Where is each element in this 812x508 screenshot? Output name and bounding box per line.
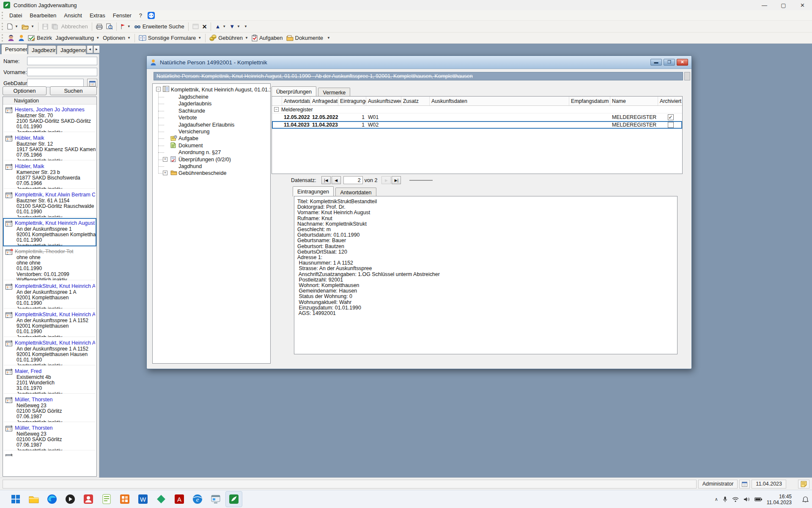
- person-list-item[interactable]: [3, 451, 96, 457]
- first-record-button[interactable]: |◀: [321, 176, 331, 184]
- tree-item-label[interactable]: Sachkunde: [178, 108, 205, 114]
- menu-item-datei[interactable]: Datei: [5, 11, 26, 20]
- menu-item-ansicht[interactable]: Ansicht: [60, 11, 86, 20]
- tree-item-sachkunde[interactable]: Sachkunde: [153, 108, 270, 114]
- record-slider[interactable]: [409, 180, 433, 181]
- tree-item-label[interactable]: Gebührenbescheide: [178, 170, 226, 176]
- gebuehren-button[interactable]: Gebühren▼: [208, 33, 250, 43]
- tree-item-anordnung-n-27[interactable]: Anordnung n. §27: [153, 149, 270, 156]
- tree-item-dokument[interactable]: Dokument: [153, 142, 270, 149]
- tab-vermerke[interactable]: Vermerke: [318, 88, 350, 97]
- taskbar-icon-office-app[interactable]: [116, 491, 133, 507]
- name-input[interactable]: [27, 57, 97, 65]
- person-search-button[interactable]: [5, 33, 16, 43]
- dialog-close-button[interactable]: ✕: [677, 59, 688, 66]
- gebdatum-input[interactable]: [27, 79, 84, 87]
- taskbar-icon-internet-explorer[interactable]: e: [189, 491, 206, 507]
- tree-collapse-icon[interactable]: −: [156, 87, 161, 91]
- column-header-selector[interactable]: [272, 97, 282, 105]
- tab-eintragungen[interactable]: Eintragungen: [293, 186, 334, 196]
- tree-item-label[interactable]: Anordnung n. §27: [178, 149, 221, 155]
- tree-item-label[interactable]: Jagderlaubnis: [178, 101, 211, 107]
- delete-button[interactable]: ✕: [200, 22, 209, 31]
- column-header-archiviert[interactable]: Archiviert: [658, 97, 683, 105]
- taskbar-icon-diamond-app[interactable]: [153, 491, 170, 507]
- column-header-auskunftsdaten[interactable]: Auskunftsdaten: [430, 97, 569, 105]
- tree-expand-icon[interactable]: +: [163, 157, 167, 162]
- column-header-name[interactable]: Name: [610, 97, 658, 105]
- tree-expand-icon[interactable]: +: [163, 171, 167, 175]
- bezirk-button[interactable]: Bezirk: [26, 33, 54, 43]
- menu-item-help[interactable]: ?: [135, 11, 146, 20]
- tree-item-gebührenbescheide[interactable]: +Gebührenbescheide: [153, 170, 270, 177]
- window-close-button[interactable]: ✕: [793, 0, 812, 10]
- tree-item-label[interactable]: Jagdhund: [178, 163, 202, 169]
- last-record-button[interactable]: ▶|: [392, 176, 401, 184]
- navigate-down-button[interactable]: ▼▼: [228, 22, 242, 31]
- microphone-icon[interactable]: [723, 496, 727, 502]
- table-row[interactable]: 11.04.202311.04.20231W02MELDEREGISTER: [272, 121, 682, 129]
- tab-jagdbezirke[interactable]: Jagdbezirke: [28, 45, 56, 54]
- dialog-maximize-button[interactable]: ❐: [664, 59, 675, 66]
- menu-item-bearbeiten[interactable]: Bearbeiten: [26, 11, 60, 20]
- new-button[interactable]: ▼: [5, 22, 20, 31]
- tree-item-label[interactable]: Jagdaufseher Erlaubnis: [178, 122, 234, 128]
- table-row[interactable]: 12.05.202212.05.20221W01MELDEREGISTER✓: [272, 113, 682, 121]
- taskbar-icon-system-app[interactable]: [207, 491, 224, 507]
- column-header-antwortdatum[interactable]: Antwortdatum: [282, 97, 310, 105]
- person-list-item[interactable]: KomplettnikStrukt, Knut Heinrich AugustA…: [3, 281, 96, 309]
- suchen-button[interactable]: Suchen: [50, 86, 97, 95]
- toolbar-overflow[interactable]: ▼: [242, 22, 249, 31]
- taskbar-icon-jagdverwaltung[interactable]: [225, 491, 242, 507]
- group-collapse-icon[interactable]: −: [274, 107, 279, 112]
- person-list-item[interactable]: Komplettnik, Theodor Totohne ohneohne oh…: [3, 246, 96, 281]
- wifi-icon[interactable]: [732, 497, 739, 502]
- taskbar-clock[interactable]: 16:45 11.04.2023: [767, 494, 792, 505]
- person-list-item[interactable]: Komplettnik, Knut Alwin Bertram ChristBa…: [3, 190, 96, 218]
- taskbar-icon-docs-app[interactable]: W: [134, 491, 151, 507]
- taskbar-icon-contacts-app[interactable]: [80, 491, 97, 507]
- notification-bell-icon[interactable]: [802, 496, 809, 503]
- teamviewer-icon[interactable]: [148, 12, 155, 19]
- print-button[interactable]: [94, 22, 104, 31]
- taskbar-icon-acrobat[interactable]: A: [171, 491, 188, 507]
- jagdverwaltung-menu[interactable]: Jagdverwaltung▼: [54, 33, 101, 43]
- open-button[interactable]: ▼: [20, 22, 36, 31]
- tray-expand-icon[interactable]: ∧: [715, 497, 718, 502]
- tree-item-label[interactable]: Dokument: [178, 143, 203, 149]
- erweiterte-suche-button[interactable]: Erweiterte Suche: [132, 22, 186, 31]
- tree-item-aufgabe[interactable]: Aufgabe: [153, 135, 270, 142]
- tree-item-label[interactable]: Jagdscheine: [178, 94, 208, 100]
- tree-item-verbote[interactable]: Verbote: [153, 114, 270, 121]
- person-list-item[interactable]: Komplettnik, Knut Heinrich AugustAn der …: [3, 218, 96, 246]
- window-maximize-button[interactable]: ▢: [774, 0, 793, 10]
- person-list-item[interactable]: Hesters, Jochen Jo JohannesBautzner Str.…: [3, 105, 96, 133]
- column-header-empfangsdatum[interactable]: Empfangsdatum: [569, 97, 610, 105]
- menu-item-extras[interactable]: Extras: [86, 11, 109, 20]
- vorname-input[interactable]: [27, 68, 97, 76]
- dialog-titlebar[interactable]: Natürliche Person 14992001 - Komplettnik…: [147, 56, 691, 69]
- navigate-up-button[interactable]: ▲▼: [213, 22, 228, 31]
- tree-item-überprüfungen-0-2-0[interactable]: +Überprüfungen (0/2/0): [153, 156, 270, 163]
- window-minimize-button[interactable]: —: [755, 0, 774, 10]
- speaker-icon[interactable]: [743, 497, 750, 502]
- tree-item-label[interactable]: Versicherung: [178, 129, 210, 135]
- sonstige-formulare-button[interactable]: Sonstige Formulare▼: [137, 33, 203, 43]
- previous-record-button[interactable]: ◀: [332, 176, 341, 184]
- statusbar-note-icon[interactable]: [798, 480, 809, 489]
- print-preview-button[interactable]: [104, 22, 114, 31]
- tab-ueberpruefungen[interactable]: Überprüfungen: [272, 86, 316, 97]
- person-list-item[interactable]: Müller, ThorstenNeißeweg 2302100 SAKD Gö…: [3, 423, 96, 451]
- detail-text[interactable]: Titel: KomplettnikStruktBestandteil Dokt…: [294, 196, 677, 319]
- person-list-item[interactable]: Hübler, MaikKamenzer Str. 23 b01877 SAKD…: [3, 161, 96, 190]
- person-list-item[interactable]: Hübler, MaikBautzner Str. 121917 SAKD Ka…: [3, 133, 96, 161]
- dialog-minimize-button[interactable]: ▬: [650, 59, 662, 66]
- tab-scroll-right[interactable]: ►: [93, 45, 100, 53]
- tree-item-versicherung[interactable]: Versicherung: [153, 128, 270, 135]
- battery-icon[interactable]: [754, 497, 762, 502]
- tree-root-label[interactable]: Komplettnik, Knut Heinrich August, 01.01…: [171, 87, 271, 93]
- person-button[interactable]: [16, 33, 26, 43]
- tree-item-label[interactable]: Verbote: [178, 115, 197, 121]
- table-group-row[interactable]: − Melderegister: [272, 106, 682, 113]
- tree-root-item[interactable]: − Komplettnik, Knut Heinrich August, 01.…: [153, 86, 270, 94]
